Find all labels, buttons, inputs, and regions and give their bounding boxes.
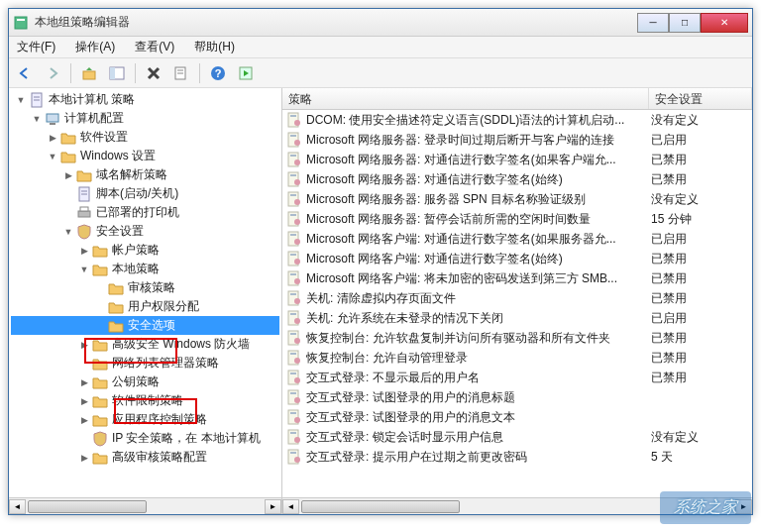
tree-item-root[interactable]: ▼本地计算机 策略	[11, 90, 279, 109]
tree-label: 网络列表管理器策略	[112, 355, 219, 372]
expand-icon[interactable]: ▶	[78, 415, 90, 425]
menu-action[interactable]: 操作(A)	[71, 37, 119, 57]
policy-icon	[286, 231, 302, 247]
scroll-track[interactable]	[26, 499, 265, 514]
scroll-track[interactable]	[299, 499, 735, 514]
scroll-thumb[interactable]	[301, 500, 460, 513]
tree-item-user-rights[interactable]: 用户权限分配	[11, 297, 279, 316]
scroll-left-button[interactable]: ◄	[9, 499, 26, 514]
tree-item-name-resolution[interactable]: ▶域名解析策略	[11, 165, 279, 184]
list-row[interactable]: 交互式登录: 试图登录的用户的消息标题	[282, 387, 752, 407]
menu-help[interactable]: 帮助(H)	[190, 37, 239, 57]
list-pane: 策略 安全设置 DCOM: 使用安全描述符定义语言(SDDL)语法的计算机启动.…	[282, 88, 752, 514]
expand-icon[interactable]: ▼	[31, 114, 43, 124]
tree-item-security-options[interactable]: 安全选项	[11, 316, 279, 335]
up-button[interactable]	[77, 61, 101, 85]
scroll-thumb[interactable]	[28, 500, 147, 513]
minimize-button[interactable]: ─	[637, 13, 669, 33]
expand-icon[interactable]: ▶	[47, 133, 58, 143]
list-row[interactable]: 恢复控制台: 允许软盘复制并访问所有驱动器和所有文件夹已禁用	[282, 328, 752, 348]
list-row[interactable]: 交互式登录: 提示用户在过期之前更改密码5 天	[282, 447, 752, 467]
tree-item-account-policy[interactable]: ▶帐户策略	[11, 241, 279, 260]
delete-button[interactable]	[142, 61, 165, 85]
tree-item-software-settings[interactable]: ▶软件设置	[11, 128, 279, 147]
svg-rect-70	[290, 432, 296, 434]
menu-file[interactable]: 文件(F)	[13, 37, 59, 57]
list-row[interactable]: 交互式登录: 锁定会话时显示用户信息没有定义	[282, 427, 752, 447]
tree-hscrollbar[interactable]: ◄ ►	[9, 497, 281, 514]
menu-view[interactable]: 查看(V)	[131, 37, 178, 57]
policy-icon	[286, 112, 302, 128]
list-row[interactable]: Microsoft 网络客户端: 对通信进行数字签名(始终)已禁用	[282, 249, 752, 268]
tree-item-printers[interactable]: 已部署的打印机	[11, 203, 279, 222]
list-row[interactable]: Microsoft 网络服务器: 对通信进行数字签名(始终)已禁用	[282, 169, 752, 189]
tree-item-scripts[interactable]: 脚本(启动/关机)	[11, 184, 279, 203]
expand-icon[interactable]: ▶	[78, 453, 90, 463]
app-window: 本地组策略编辑器 ─ □ ✕ 文件(F) 操作(A) 查看(V) 帮助(H) ?…	[8, 8, 753, 515]
list-row[interactable]: Microsoft 网络服务器: 服务器 SPN 目标名称验证级别没有定义	[282, 189, 752, 209]
list-row[interactable]: 恢复控制台: 允许自动管理登录已禁用	[282, 348, 752, 368]
back-button[interactable]	[13, 61, 37, 85]
list-row[interactable]: DCOM: 使用安全描述符定义语言(SDDL)语法的计算机启动...没有定义	[282, 110, 752, 130]
list-row[interactable]: 关机: 允许系统在未登录的情况下关闭已启用	[282, 308, 752, 328]
expand-icon[interactable]: ▼	[78, 265, 90, 274]
policy-cell: Microsoft 网络服务器: 对通信进行数字签名(始终)	[306, 171, 651, 188]
svg-point-59	[294, 358, 300, 364]
expand-icon[interactable]: ▶	[78, 340, 90, 350]
svg-rect-73	[290, 452, 296, 454]
list-row[interactable]: 关机: 清除虚拟内存页面文件已禁用	[282, 288, 752, 308]
list-row[interactable]: Microsoft 网络服务器: 暂停会话前所需的空闲时间数量15 分钟	[282, 209, 752, 229]
list-row[interactable]: Microsoft 网络服务器: 登录时间过期后断开与客户端的连接已启用	[282, 130, 752, 150]
svg-point-35	[294, 199, 300, 205]
expand-icon[interactable]: ▶	[78, 377, 90, 387]
tree-item-local-policy[interactable]: ▼本地策略	[11, 260, 279, 278]
list-row[interactable]: 交互式登录: 试图登录的用户的消息文本	[282, 407, 752, 427]
svg-point-44	[294, 259, 300, 265]
svg-point-56	[294, 338, 300, 344]
policy-icon	[286, 409, 302, 425]
extra-button[interactable]	[234, 61, 258, 85]
tree-item-app-control[interactable]: ▶应用程序控制策略	[11, 410, 279, 429]
policy-icon	[286, 171, 302, 187]
list-row[interactable]: Microsoft 网络客户端: 将未加密的密码发送到第三方 SMB...已禁用	[282, 268, 752, 288]
properties-button[interactable]	[169, 61, 193, 85]
tree-item-security-settings[interactable]: ▼安全设置	[11, 222, 279, 241]
tree-item-audit-policy[interactable]: 审核策略	[11, 278, 279, 297]
list-row[interactable]: Microsoft 网络客户端: 对通信进行数字签名(如果服务器允...已启用	[282, 229, 752, 249]
expand-icon[interactable]: ▼	[47, 152, 58, 161]
column-policy[interactable]: 策略	[282, 88, 649, 109]
list-row[interactable]: 交互式登录: 不显示最后的用户名已禁用	[282, 368, 752, 387]
tree-item-software-restriction[interactable]: ▶软件限制策略	[11, 391, 279, 410]
close-button[interactable]: ✕	[701, 13, 748, 33]
maximize-button[interactable]: □	[669, 13, 701, 33]
tree-item-windows-settings[interactable]: ▼Windows 设置	[11, 147, 279, 165]
expand-icon[interactable]: ▼	[15, 95, 27, 105]
scroll-left-button[interactable]: ◄	[282, 499, 299, 514]
titlebar[interactable]: 本地组策略编辑器 ─ □ ✕	[9, 9, 752, 37]
printer-icon	[76, 205, 92, 221]
forward-button[interactable]	[41, 61, 64, 85]
policy-icon	[286, 152, 302, 167]
tree-item-computer-config[interactable]: ▼计算机配置	[11, 109, 279, 128]
expand-icon[interactable]: ▶	[78, 246, 90, 256]
tree-item-adv-audit[interactable]: ▶高级审核策略配置	[11, 448, 279, 467]
column-setting[interactable]: 安全设置	[649, 88, 752, 109]
list-body[interactable]: DCOM: 使用安全描述符定义语言(SDDL)语法的计算机启动...没有定义Mi…	[282, 110, 752, 497]
help-button[interactable]: ?	[206, 61, 230, 85]
shield-icon	[92, 431, 108, 447]
scroll-right-button[interactable]: ►	[735, 499, 752, 514]
tree-pane[interactable]: ▼本地计算机 策略▼计算机配置▶软件设置▼Windows 设置▶域名解析策略脚本…	[9, 88, 282, 514]
expand-icon[interactable]: ▼	[62, 227, 74, 237]
tree-item-public-key[interactable]: ▶公钥策略	[11, 372, 279, 391]
list-header[interactable]: 策略 安全设置	[282, 88, 752, 110]
tree-item-nlm-policy[interactable]: 网络列表管理器策略	[11, 354, 279, 372]
tree-item-ip-security[interactable]: IP 安全策略，在 本地计算机	[11, 429, 279, 448]
policy-icon	[286, 290, 302, 306]
show-hide-tree-button[interactable]	[105, 61, 129, 85]
list-hscrollbar[interactable]: ◄ ►	[282, 497, 752, 514]
tree-item-adv-firewall[interactable]: ▶高级安全 Windows 防火墙	[11, 335, 279, 354]
expand-icon[interactable]: ▶	[78, 396, 90, 406]
scroll-right-button[interactable]: ►	[265, 499, 281, 514]
list-row[interactable]: Microsoft 网络服务器: 对通信进行数字签名(如果客户端允...已禁用	[282, 150, 752, 169]
expand-icon[interactable]: ▶	[62, 170, 74, 180]
